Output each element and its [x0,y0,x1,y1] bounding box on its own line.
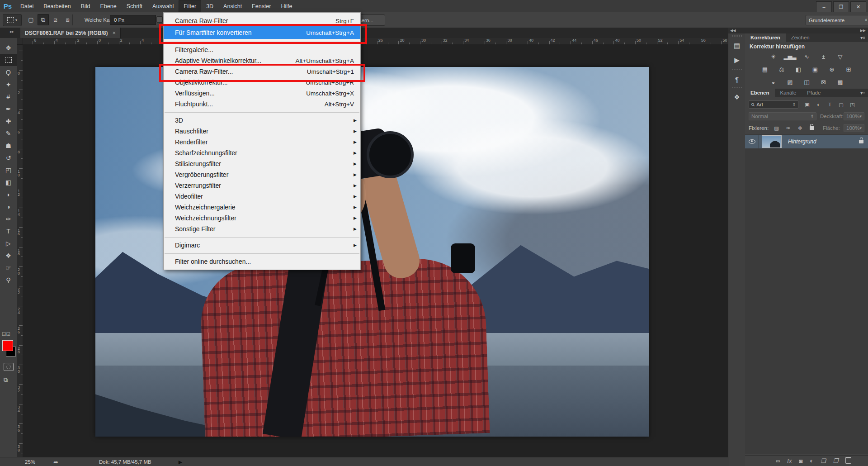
collapse-chevrons-icon[interactable]: ▸▸ [10,29,14,34]
antialias-checkbox[interactable] [156,16,163,23]
filter-menu-item-15[interactable]: Vergröberungsfilter▶ [164,169,360,180]
panel-menu-icon[interactable]: ▾≡ [860,89,868,97]
panel-menu-icon[interactable]: ▾≡ [860,33,868,42]
filter-type-layers-icon[interactable]: T [825,100,835,109]
status-menu-arrow-icon[interactable]: ▶ [179,459,182,465]
menu-schrift[interactable]: Schrift [122,0,147,12]
lock-position-icon[interactable]: ✥ [795,124,805,132]
healing-brush-tool[interactable]: ✚ [0,115,17,127]
photo-filter-icon[interactable]: ▣ [808,64,822,74]
posterize-icon[interactable]: ▨ [783,77,797,87]
filter-menu-item-1[interactable]: Für Smartfilter konvertierenUmschalt+Str… [164,26,360,39]
filter-menu-item-14[interactable]: Stilisierungsfilter▶ [164,158,360,169]
dodge-tool[interactable]: ◑ [0,200,17,213]
menu-ebene[interactable]: Ebene [95,0,122,12]
filter-menu-item-0[interactable]: Camera Raw-FilterStrg+F [164,15,360,26]
opacity-dropdown[interactable]: 100% ▾ [844,112,864,120]
menu-bild[interactable]: Bild [76,0,95,12]
menu-auswahl[interactable]: Auswahl [147,0,179,12]
restore-button[interactable]: ❐ [833,1,849,12]
levels-icon[interactable]: ▂▅▃ [783,52,797,62]
type-tool[interactable]: T [0,225,17,237]
eyedropper-tool[interactable]: ✒ [0,103,17,115]
move-tool[interactable]: ✥ [0,42,17,54]
new-selection-button[interactable]: ▢ [25,14,37,25]
filter-menu-item-13[interactable]: Scharfzeichnungsfilter▶ [164,147,360,158]
swap-colors-icon[interactable]: ◲◱ [2,331,10,336]
layer-style-icon[interactable]: fx [787,457,792,464]
brightness-contrast-icon[interactable]: ☀ [766,52,780,62]
color-lookup-icon[interactable]: ⊞ [842,64,855,74]
add-mask-icon[interactable]: ◙ [799,457,802,464]
new-group-icon[interactable]: ❏ [821,457,826,464]
menu-ansicht[interactable]: Ansicht [218,0,247,12]
selective-color-icon[interactable]: ⊠ [816,77,830,87]
filter-menu-item-8[interactable]: Fluchtpunkt...Alt+Strg+V [164,99,360,109]
path-selection-tool[interactable]: ▷ [0,237,17,249]
close-tab-icon[interactable]: × [112,29,116,36]
document-tab[interactable]: DSCF8061.RAF bei 25% (RGB/8) × [20,28,121,38]
color-balance-icon[interactable]: ⚖ [775,64,788,74]
collapse-right-icon[interactable]: ▶▶ [860,29,866,33]
gradient-tool[interactable]: ◧ [0,176,17,188]
paragraph-panel-icon[interactable]: ¶ [729,72,745,86]
menu-filter[interactable]: Filter [179,0,201,12]
new-adjustment-layer-icon[interactable]: ◐ [810,457,813,464]
lock-paint-icon[interactable]: ✑ [783,124,793,132]
menu-hilfe[interactable]: Hilfe [276,0,297,12]
current-tool-chip[interactable]: ▾ [3,14,22,26]
blend-mode-dropdown[interactable]: Normal ⇕ [749,112,816,120]
kind-filter-dropdown[interactable]: ⚲ Art ⇕ [749,100,798,109]
close-button[interactable]: ✕ [850,1,866,12]
collapse-left-icon[interactable]: ◀◀ [730,29,736,33]
exposure-icon[interactable]: ± [816,52,830,62]
brush-tool[interactable]: ✎ [0,127,17,139]
curves-icon[interactable]: ∿ [800,52,813,62]
subtract-from-selection-button[interactable]: ⧄ [50,14,61,25]
tab-korrekturen[interactable]: Korrekturen [745,33,786,42]
filter-menu-item-10[interactable]: 3D▶ [164,115,360,126]
vibrance-icon[interactable]: ▽ [833,52,847,62]
properties-panel-icon[interactable]: ▤ [729,39,745,52]
custom-shape-tool[interactable]: ❖ [0,249,17,262]
layer-row-hintergrund[interactable]: Hintergrund [745,135,868,148]
blur-tool[interactable]: ◗ [0,188,17,200]
lasso-tool[interactable]: Ϙ [0,66,17,78]
menu-fenster[interactable]: Fenster [247,0,276,12]
crop-tool[interactable]: # [0,90,17,103]
black-white-icon[interactable]: ◧ [792,64,805,74]
filter-menu-item-3[interactable]: Filtergalerie... [164,44,360,55]
hand-tool[interactable]: ☞ [0,262,17,274]
magic-wand-tool[interactable]: ✦ [0,78,17,90]
filter-menu-item-5[interactable]: Camera Raw-Filter...Umschalt+Strg+1 [164,66,360,77]
tab-pfade[interactable]: Pfade [802,89,826,97]
minimize-button[interactable]: – [816,1,832,12]
tab-kanaele[interactable]: Kanäle [775,89,802,97]
brush-presets-panel-icon[interactable]: ❖ [729,90,745,104]
filter-menu-item-17[interactable]: Videofilter▶ [164,191,360,202]
filter-menu-item-11[interactable]: Rauschfilter▶ [164,126,360,137]
zoom-level[interactable]: 25% [25,459,35,465]
filter-menu-item-22[interactable]: Digimarc▶ [164,240,360,251]
tab-zeichen[interactable]: Zeichen [786,33,815,42]
clone-stamp-tool[interactable]: ☗ [0,139,17,152]
tab-ebenen[interactable]: Ebenen [745,89,775,97]
filter-menu-item-20[interactable]: Sonstige Filter▶ [164,223,360,234]
filter-menu-item-16[interactable]: Verzerrungsfilter▶ [164,180,360,191]
delete-layer-icon[interactable] [845,457,851,465]
filter-menu-item-7[interactable]: Verflüssigen...Umschalt+Strg+X [164,88,360,99]
quick-mask-button[interactable] [4,363,14,371]
history-brush-tool[interactable]: ↺ [0,152,17,164]
visibility-cell[interactable] [745,135,759,148]
layer-thumbnail[interactable] [762,135,782,148]
rectangular-marquee-tool[interactable] [0,54,17,66]
eraser-tool[interactable]: ◰ [0,164,17,176]
filter-menu-item-6[interactable]: Objektivkorrektur...Umschalt+Strg+R [164,77,360,88]
feather-input[interactable]: 0 Px [110,15,156,25]
filter-smart-objects-icon[interactable]: ◳ [847,100,858,109]
lock-transparency-icon[interactable]: ▨ [771,124,782,132]
channel-mixer-icon[interactable]: ⊛ [825,64,839,74]
menu-bearbeiten[interactable]: Bearbeiten [38,0,75,12]
menu-3d[interactable]: 3D [201,0,218,12]
new-layer-icon[interactable]: ❐ [833,457,839,464]
